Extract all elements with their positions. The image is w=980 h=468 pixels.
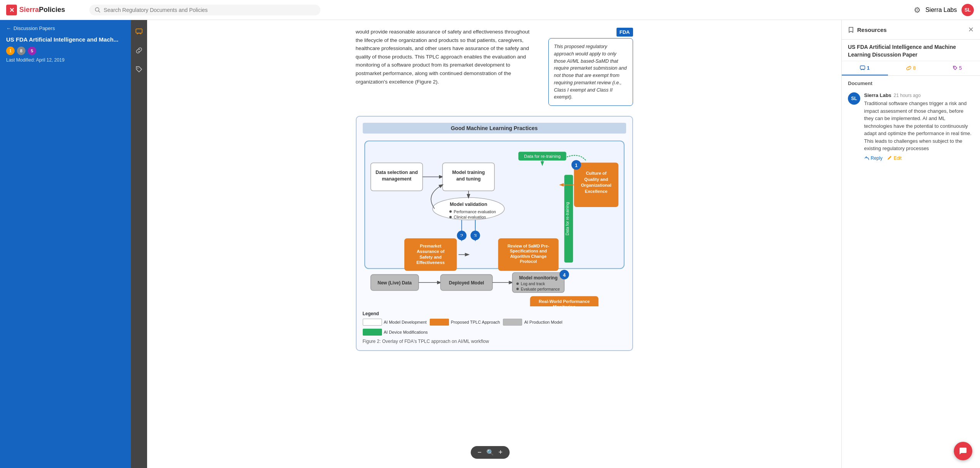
search-input[interactable] — [104, 7, 315, 13]
search-bar[interactable] — [89, 5, 320, 15]
svg-text:Data for re-training: Data for re-training — [565, 202, 569, 236]
logo-icon: ✕ — [6, 5, 17, 15]
svg-text:Real-World Performance: Real-World Performance — [539, 299, 590, 304]
settings-button[interactable]: ⚙ — [914, 5, 921, 15]
svg-text:Clinical evaluation: Clinical evaluation — [454, 215, 486, 219]
svg-point-5 — [137, 68, 138, 69]
svg-text:Review of SaMD Pre-: Review of SaMD Pre- — [507, 244, 549, 248]
diagram-title: Good Machine Learning Practices — [363, 123, 626, 134]
svg-line-3 — [99, 11, 100, 12]
user-name: Sierra Labs — [925, 7, 957, 13]
right-panel: Resources ✕ US FDA Artificial Intelligen… — [841, 20, 980, 468]
svg-text:✕: ✕ — [9, 7, 14, 13]
zoom-out-button[interactable]: − — [475, 448, 484, 457]
legend-item-prod: AI Production Model — [503, 319, 562, 326]
svg-text:Assurance of: Assurance of — [417, 249, 444, 254]
svg-text:Model monitoring: Model monitoring — [519, 275, 558, 281]
svg-text:Excellence: Excellence — [585, 189, 607, 194]
legend-color-prod — [503, 319, 522, 326]
svg-text:Organizational: Organizational — [581, 183, 611, 187]
tag-icon — [135, 65, 143, 73]
diagram-caption: Figure 2: Overlay of FDA's TPLC approach… — [363, 339, 626, 344]
comment-time: 21 hours ago — [894, 93, 921, 98]
link-icon-button[interactable] — [132, 43, 146, 59]
zoom-in-button[interactable]: + — [496, 448, 505, 457]
svg-text:4: 4 — [563, 272, 565, 278]
back-button[interactable]: ← Discussion Papers — [0, 20, 131, 33]
edit-button[interactable]: Edit — [887, 155, 902, 161]
legend-item-tplc: Proposed TPLC Approach — [430, 319, 500, 326]
sidebar-badges: 1 8 5 — [0, 45, 131, 57]
svg-text:Model training: Model training — [452, 170, 485, 175]
badge-tags: 5 — [28, 47, 36, 55]
svg-text:Log and track: Log and track — [521, 282, 545, 286]
reply-icon — [864, 155, 869, 160]
tab-tags[interactable]: 5 — [934, 61, 980, 75]
panel-close-button[interactable]: ✕ — [968, 25, 974, 34]
chat-button[interactable] — [954, 442, 972, 460]
svg-text:Specifications and: Specifications and — [510, 249, 547, 253]
bookmark-icon — [848, 27, 854, 33]
panel-doc-title: US FDA Artificial Intelligence and Machi… — [842, 40, 980, 61]
svg-point-18 — [449, 211, 451, 213]
svg-text:Effectiveness: Effectiveness — [416, 260, 444, 265]
panel-header: Resources ✕ — [842, 20, 980, 40]
svg-text:Deployed Model: Deployed Model — [449, 280, 484, 286]
tab-comments[interactable]: 1 — [842, 61, 888, 75]
top-navigation: ✕ SierraPolicies ⚙ Sierra Labs SL — [0, 0, 980, 20]
svg-text:Performance evaluation: Performance evaluation — [454, 210, 496, 214]
callout-box: This proposed regulatory approach would … — [548, 38, 633, 106]
diagram-container: Good Machine Learning Practices Data sel… — [356, 116, 633, 351]
diagram-svg: Data selection and management Model trai… — [363, 139, 626, 306]
content-area: FDA This proposed regulatory approach wo… — [147, 20, 841, 468]
comment-text: Traditional software changes trigger a r… — [864, 100, 974, 152]
back-arrow-icon: ← — [6, 25, 11, 31]
svg-text:Monitoring: Monitoring — [553, 304, 575, 306]
icon-strip — [131, 20, 147, 468]
svg-point-20 — [449, 216, 451, 218]
panel-title: Resources — [848, 27, 887, 33]
svg-text:Algorithm Change: Algorithm Change — [510, 254, 546, 259]
legend-color-tplc — [430, 319, 449, 326]
tab-links[interactable]: 8 — [888, 61, 934, 75]
svg-rect-4 — [136, 29, 142, 33]
panel-section-label: Document — [842, 76, 980, 89]
link-icon — [135, 47, 143, 54]
svg-text:Protocol: Protocol — [520, 259, 537, 264]
legend-items: AI Model Development Proposed TPLC Appro… — [363, 319, 626, 336]
comment-tab-icon — [860, 65, 865, 71]
legend-color-mods — [363, 329, 382, 336]
svg-text:Quality and: Quality and — [584, 177, 608, 182]
svg-text:Evaluate performance: Evaluate performance — [521, 287, 560, 291]
svg-point-68 — [954, 67, 955, 68]
svg-text:1: 1 — [575, 163, 577, 168]
logo: ✕ SierraPolicies — [6, 5, 83, 15]
badge-comments: 1 — [6, 47, 15, 55]
comment-icon-button[interactable] — [132, 25, 146, 40]
badge-links: 8 — [17, 47, 25, 55]
comment-author: Sierra Labs — [864, 92, 891, 98]
fda-badge: FDA — [616, 28, 633, 37]
svg-text:New (Live) Data: New (Live) Data — [377, 280, 412, 286]
main-layout: ← Discussion Papers US FDA Artificial In… — [0, 20, 980, 468]
edit-icon — [887, 155, 892, 160]
logo-text: SierraPolicies — [19, 6, 65, 14]
zoom-controls: − 🔍 + — [471, 446, 509, 459]
comment-icon — [135, 28, 143, 35]
svg-point-59 — [516, 288, 518, 290]
comment-actions: Reply Edit — [864, 155, 974, 161]
left-sidebar: ← Discussion Papers US FDA Artificial In… — [0, 20, 131, 468]
svg-text:Culture of: Culture of — [586, 171, 606, 176]
reply-button[interactable]: Reply — [864, 155, 883, 161]
comment-body: Sierra Labs 21 hours ago Traditional sof… — [864, 92, 974, 161]
svg-text:Data selection and: Data selection and — [375, 170, 418, 175]
tag-tab-icon — [952, 65, 958, 71]
svg-point-57 — [516, 282, 518, 285]
legend-title: Legend — [363, 311, 626, 316]
svg-text:Model validation: Model validation — [449, 202, 487, 207]
tag-icon-button[interactable] — [132, 62, 146, 78]
comment-avatar: SL — [848, 92, 860, 105]
panel-tabs: 1 8 5 — [842, 61, 980, 76]
svg-text:management: management — [382, 176, 411, 182]
chat-icon — [958, 446, 968, 456]
